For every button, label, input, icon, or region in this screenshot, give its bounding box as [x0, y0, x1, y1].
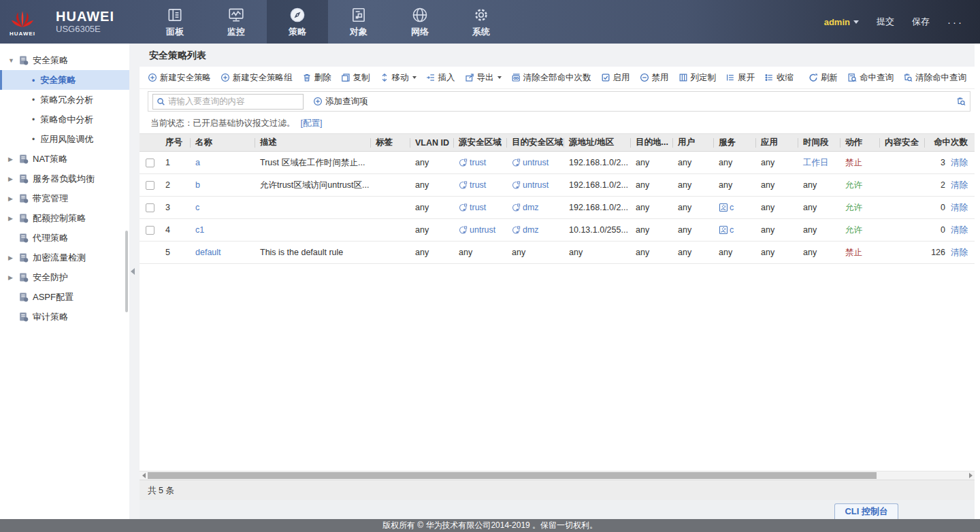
clear-hits-link[interactable]: 清除	[951, 225, 968, 236]
row-checkbox[interactable]	[146, 203, 154, 212]
commit-button[interactable]: 提交	[877, 16, 894, 28]
column-header[interactable]: 源安全区域	[453, 134, 506, 151]
add-policy-button[interactable]: 新建安全策略	[148, 72, 211, 84]
expand-button[interactable]: 展开	[725, 72, 755, 84]
save-button[interactable]: 保存	[912, 16, 930, 28]
scroll-right-icon[interactable]	[966, 471, 975, 480]
column-header[interactable]: 名称	[190, 134, 255, 151]
column-header[interactable]: 用户	[672, 134, 713, 151]
collapse-button[interactable]: 收缩	[764, 72, 794, 84]
zone-link[interactable]: untrust	[523, 158, 549, 167]
sidebar-subitem-1-4[interactable]: •应用风险调优	[0, 129, 129, 149]
sidebar-subitem-1-1[interactable]: •安全策略	[0, 70, 129, 90]
search-bar: 添加查询项	[148, 91, 970, 112]
clear-hits-button[interactable]: 清除全部命中次数	[511, 72, 591, 84]
clear-hits-link[interactable]: 清除	[951, 157, 968, 169]
config-link[interactable]: [配置]	[301, 118, 323, 129]
column-header[interactable]: 目的地...	[630, 134, 672, 151]
zone-link[interactable]: trust	[470, 158, 486, 167]
policy-name-link[interactable]: b	[195, 180, 200, 190]
policy-name-link[interactable]: a	[195, 158, 200, 167]
disable-button[interactable]: 禁用	[640, 72, 669, 84]
clear-hit-query-button[interactable]: 清除命中查询	[903, 72, 966, 84]
service-link[interactable]: c	[730, 203, 734, 212]
clear-hits-link[interactable]: 清除	[951, 180, 968, 191]
service-icon	[719, 225, 728, 235]
policy-name-link[interactable]: c	[195, 203, 199, 212]
search-input[interactable]	[168, 97, 299, 106]
sidebar-item-label: 服务器负载均衡	[33, 173, 95, 185]
scrollbar-thumb[interactable]	[148, 472, 877, 479]
scroll-left-icon[interactable]	[140, 471, 148, 480]
sidebar-item-7[interactable]: ▶加密流量检测	[0, 248, 129, 267]
more-menu[interactable]: ···	[947, 16, 964, 28]
copy-button[interactable]: 复制	[341, 72, 370, 84]
zone-link[interactable]: untrust	[470, 225, 495, 235]
column-header[interactable]: 源地址/地区	[564, 134, 630, 151]
insert-button[interactable]: 插入	[426, 72, 455, 84]
sidebar-item-1[interactable]: ▼安全策略	[0, 50, 129, 70]
sidebar-scrollbar-thumb[interactable]	[125, 231, 128, 312]
policy-name-link[interactable]: default	[195, 248, 221, 257]
sidebar-subitem-1-2[interactable]: •策略冗余分析	[0, 90, 129, 110]
scrollbar-track[interactable]	[148, 471, 966, 480]
sidebar-item-6[interactable]: 代理策略	[0, 228, 129, 248]
sidebar-item-3[interactable]: ▶服务器负载均衡	[0, 169, 129, 188]
nav-tab-2[interactable]: 监控	[206, 0, 267, 44]
column-header[interactable]: 目的安全区域	[506, 134, 564, 151]
sidebar-subitem-1-3[interactable]: •策略命中分析	[0, 110, 129, 129]
column-header[interactable]: 内容安全	[879, 134, 924, 151]
zone-link[interactable]: dmz	[523, 225, 539, 235]
triangle-right-icon: ▶	[8, 274, 18, 281]
sidebar-item-5[interactable]: ▶配额控制策略	[0, 208, 129, 228]
zone-link[interactable]: trust	[470, 203, 486, 212]
refresh-button[interactable]: 刷新	[808, 72, 838, 84]
policy-name-link[interactable]: c1	[195, 225, 204, 235]
side-policy-icon	[18, 55, 29, 65]
sidebar-item-2[interactable]: ▶NAT策略	[0, 149, 129, 169]
nav-tab-4[interactable]: 对象	[328, 0, 389, 44]
service-link[interactable]: c	[730, 225, 734, 235]
column-header[interactable]: 描述	[255, 134, 370, 151]
column-header[interactable]: 服务	[713, 134, 755, 151]
move-button[interactable]: 移动	[380, 72, 416, 84]
nav-tab-3[interactable]: 策略	[267, 0, 328, 44]
clear-hits-link[interactable]: 清除	[951, 202, 968, 214]
column-header[interactable]: 动作	[840, 134, 879, 151]
time-cell: any	[798, 242, 840, 263]
row-checkbox[interactable]	[146, 181, 154, 190]
row-checkbox[interactable]	[146, 159, 154, 167]
time-link[interactable]: 工作日	[803, 157, 829, 169]
add-query-button[interactable]: 添加查询项	[313, 96, 368, 107]
column-header[interactable]: 应用	[755, 134, 798, 151]
user-menu[interactable]: admin	[824, 17, 859, 27]
horizontal-scrollbar[interactable]	[140, 471, 975, 480]
clear-hits-link[interactable]: 清除	[951, 247, 968, 259]
column-header[interactable]: 标签	[370, 134, 410, 151]
row-checkbox[interactable]	[146, 226, 154, 235]
hit-query-button[interactable]: 命中查询	[847, 72, 894, 84]
nav-tab-1[interactable]: 面板	[144, 0, 206, 44]
zone-link[interactable]: untrust	[523, 180, 549, 190]
sidebar-item-4[interactable]: ▶带宽管理	[0, 188, 129, 208]
column-header[interactable]: VLAN ID	[410, 134, 453, 151]
nav-tab-5[interactable]: 网络	[389, 0, 451, 44]
sidebar-item-9[interactable]: ASPF配置	[0, 287, 129, 307]
zone-link[interactable]: trust	[470, 180, 486, 190]
sidebar-collapse-icon[interactable]	[131, 268, 135, 275]
enable-button[interactable]: 启用	[601, 72, 630, 84]
cli-console-button[interactable]: CLI 控制台	[834, 503, 898, 519]
zone-link[interactable]: dmz	[523, 203, 539, 212]
column-header[interactable]: 序号	[160, 134, 190, 151]
sidebar-item-10[interactable]: 审计策略	[0, 307, 129, 327]
delete-button[interactable]: 删除	[302, 72, 331, 84]
export-button[interactable]: 导出	[465, 72, 502, 84]
sidebar-item-8[interactable]: ▶安全防护	[0, 267, 129, 287]
add-policy-group-button[interactable]: 新建安全策略组	[220, 72, 293, 84]
clear-query-icon[interactable]	[956, 97, 966, 106]
nav-tab-6[interactable]: 系统	[451, 0, 512, 44]
nav-compass-icon	[289, 6, 306, 24]
column-header[interactable]: 时间段	[798, 134, 840, 151]
columns-button[interactable]: 列定制	[679, 72, 717, 84]
column-header[interactable]: 命中次数	[924, 134, 975, 151]
